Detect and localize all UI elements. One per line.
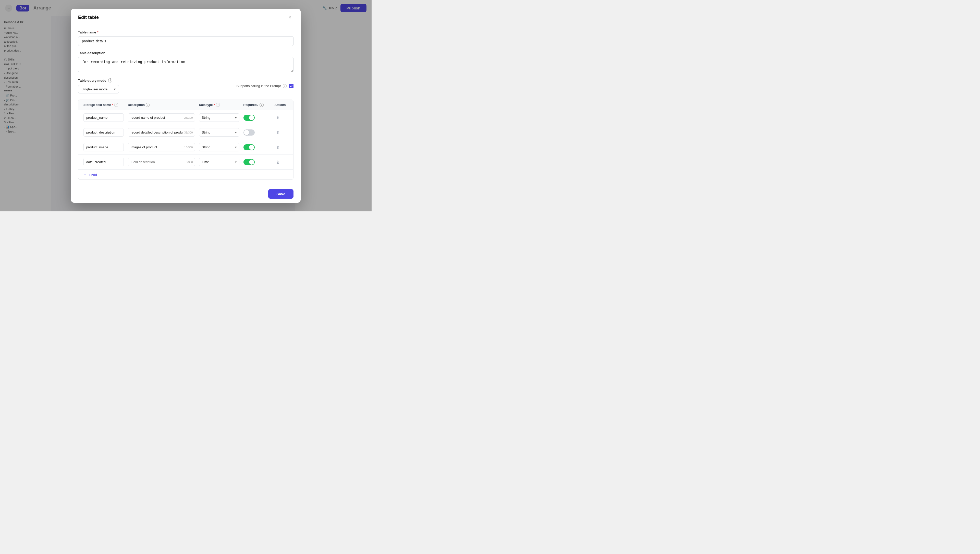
cell-field-name-2 [81,127,126,138]
required-toggle-3[interactable] [243,144,255,150]
cell-field-name-3 [81,142,126,153]
supports-prompt-info-icon: i [283,84,287,88]
cell-actions-1: 🗑 [272,113,290,123]
table-header-row: Storage field name * i Description i Dat… [78,100,293,110]
modal-footer: Save [71,185,301,203]
add-label: + Add [88,173,97,177]
type-select-4[interactable]: StringNumberBooleanTime [199,158,239,166]
desc-count-1: 23/300 [184,116,193,119]
add-field-button[interactable]: ＋ + Add [78,170,293,180]
delete-button-3[interactable]: 🗑 [274,144,282,151]
cell-required-4[interactable] [242,158,272,167]
cell-type-3: StringNumberBooleanTime ▼ [197,142,242,153]
cell-actions-3: 🗑 [272,142,290,153]
supports-prompt-row: Supports calling in the Prompt i [237,84,293,88]
table-row: 38/300 StringNumberBooleanTime ▼ [78,125,293,140]
delete-button-1[interactable]: 🗑 [274,114,282,121]
th-type-required: * [214,103,215,107]
desc-count-4: 0/300 [186,161,193,164]
cell-actions-4: 🗑 [272,157,290,167]
th-desc-info-icon: i [146,103,150,107]
modal-close-button[interactable]: × [286,14,293,21]
field-name-input-3[interactable] [83,143,124,151]
cell-required-1[interactable] [242,113,272,122]
query-mode-label: Table query mode [78,79,106,83]
table-name-input[interactable] [78,36,293,46]
th-field-info-icon: i [114,103,118,107]
add-icon: ＋ [83,172,87,177]
type-select-2[interactable]: StringNumberBooleanTime [199,128,239,137]
table-description-label: Table description [78,51,293,55]
cell-required-3[interactable] [242,143,272,152]
type-select-1[interactable]: StringNumberBooleanTime [199,113,239,122]
cell-type-1: StringNumberBooleanTime ▼ [197,112,242,123]
cell-desc-2: 38/300 [126,127,197,138]
table-name-required: * [97,30,99,34]
edit-table-modal: Edit table × Table name * Table descript… [71,9,301,203]
cell-field-name-1 [81,112,126,123]
table-name-group: Table name * [78,30,293,46]
cell-desc-3: 18/300 [126,142,197,153]
desc-input-4[interactable] [128,158,195,166]
field-name-input-1[interactable] [83,113,124,122]
table-row: 23/300 StringNumberBooleanTime ▼ [78,110,293,125]
cell-desc-4: 0/300 [126,156,197,168]
table-name-label: Table name * [78,30,293,34]
cell-type-4: StringNumberBooleanTime ▼ [197,156,242,168]
th-field-required: * [112,103,113,107]
th-actions: Actions [272,100,290,110]
cell-required-2[interactable] [242,128,272,137]
required-toggle-1[interactable] [243,115,255,121]
required-toggle-4[interactable] [243,159,255,165]
th-required: Required? i [242,100,272,110]
required-toggle-2[interactable] [243,129,255,135]
table-row: 0/300 StringNumberBooleanTime ▼ [78,155,293,170]
th-field-name: Storage field name * i [81,100,126,110]
desc-count-2: 38/300 [184,131,193,134]
supports-prompt-label: Supports calling in the Prompt [237,84,281,88]
cell-type-2: StringNumberBooleanTime ▼ [197,127,242,138]
query-mode-select-wrapper: Single-user mode Multi-user mode ▼ [78,85,119,94]
supports-prompt-checkbox[interactable] [289,84,293,88]
field-name-input-2[interactable] [83,128,124,137]
query-mode-info-icon: i [108,78,112,83]
field-name-input-4[interactable] [83,158,124,166]
th-req-info-icon: i [259,103,264,107]
table-description-group: Table description for recording and retr… [78,51,293,73]
modal-title: Edit table [78,15,99,20]
desc-count-3: 18/300 [184,146,193,149]
cell-actions-2: 🗑 [272,127,290,138]
delete-button-4[interactable]: 🗑 [274,159,282,166]
table-row: 18/300 StringNumberBooleanTime ▼ [78,140,293,155]
table-description-input[interactable]: for recording and retrieving product inf… [78,57,293,72]
type-select-3[interactable]: StringNumberBooleanTime [199,143,239,151]
th-type-info-icon: i [216,103,220,107]
delete-button-2[interactable]: 🗑 [274,129,282,136]
th-description: Description i [126,100,197,110]
cell-desc-1: 23/300 [126,112,197,123]
th-data-type: Data type * i [197,100,242,110]
cell-field-name-4 [81,156,126,168]
query-mode-left: Table query mode i [78,78,119,83]
save-button[interactable]: Save [268,189,293,199]
fields-table: Storage field name * i Description i Dat… [78,100,293,180]
modal-body: Table name * Table description for recor… [71,25,301,185]
query-mode-select[interactable]: Single-user mode Multi-user mode [78,85,119,94]
modal-header: Edit table × [71,9,301,25]
query-mode-row: Table query mode i Single-user mode Mult… [78,78,293,94]
